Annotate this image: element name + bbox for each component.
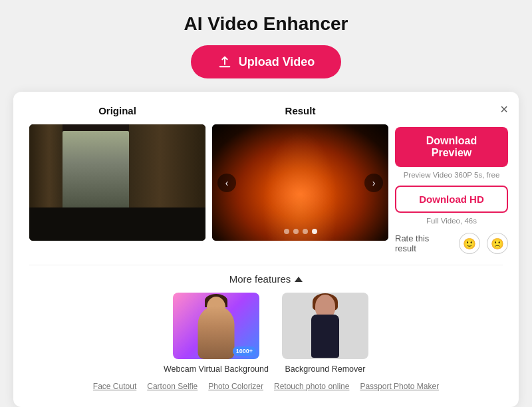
webcam-bg-thumbnail: 1000+ [173, 293, 259, 359]
page-title: AI Video Enhancer [184, 13, 348, 35]
more-features-section: More features 1000+ Webcam Virtual Backg… [29, 273, 503, 374]
result-video-player: ‹ › [212, 124, 388, 241]
bg-remover-label: Background Remover [285, 364, 366, 374]
footer-link-cartoon-selfie[interactable]: Cartoon Selfie [147, 382, 198, 391]
preview-sub-label: Preview Video 360P 5s, free [404, 171, 500, 179]
dot-4 [312, 229, 317, 234]
preview-row: ‹ › Download Preview Preview Video 360P … [29, 124, 503, 254]
next-arrow-button[interactable]: › [364, 174, 383, 192]
footer-link-retouch[interactable]: Retouch photo online [274, 382, 349, 391]
webcam-bg-scene: 1000+ [173, 293, 259, 359]
footer-link-face-cutout[interactable]: Face Cutout [93, 382, 136, 391]
bg-remover-scene [282, 293, 368, 359]
hd-sub-label: Full Video, 46s [426, 217, 477, 225]
thumbs-up-button[interactable]: 🙂 [459, 233, 480, 254]
result-label: Result [212, 105, 388, 116]
dot-2 [293, 229, 299, 234]
rate-label: Rate this result [395, 233, 452, 253]
thumbs-down-button[interactable]: 🙁 [487, 233, 508, 254]
webcam-person [198, 306, 234, 359]
close-button[interactable]: × [500, 102, 508, 116]
footer-link-photo-colorizer[interactable]: Photo Colorizer [208, 382, 263, 391]
rays-overlay [212, 124, 388, 241]
page-wrapper: AI Video Enhancer Upload Video × Origina… [0, 0, 532, 407]
upload-video-button[interactable]: Upload Video [191, 45, 342, 78]
more-features-header: More features [229, 273, 303, 285]
badge-1000: 1000+ [233, 346, 256, 356]
columns-header: Original Result [29, 105, 503, 116]
webcam-bg-label: Webcam Virtual Background [164, 364, 269, 374]
arrow-up-icon [295, 277, 303, 282]
window-scene [29, 124, 205, 241]
floor-dark [29, 207, 205, 241]
webcam-bg-card[interactable]: 1000+ Webcam Virtual Background [164, 293, 269, 374]
person-body [311, 315, 339, 358]
bg-remover-card[interactable]: Background Remover [282, 293, 368, 374]
original-label: Original [29, 105, 205, 116]
feature-cards: 1000+ Webcam Virtual Background [164, 293, 368, 374]
action-panel: Download Preview Preview Video 360P 5s, … [395, 124, 508, 254]
footer-link-passport[interactable]: Passport Photo Maker [360, 382, 439, 391]
original-video-thumbnail [29, 124, 205, 241]
dot-3 [303, 229, 308, 234]
divider [29, 265, 503, 265]
rate-row: Rate this result 🙂 🙁 [395, 233, 508, 254]
slide-dots [284, 229, 317, 234]
dot-1 [284, 229, 289, 234]
main-card: × Original Result ‹ › [13, 92, 519, 407]
download-hd-button[interactable]: Download HD [395, 186, 508, 213]
more-features-label: More features [229, 273, 291, 285]
window-light [63, 131, 129, 211]
person-silhouette [307, 295, 343, 358]
prev-arrow-button[interactable]: ‹ [217, 174, 236, 192]
bg-remover-thumbnail [282, 293, 368, 359]
footer-links: Face Cutout Cartoon Selfie Photo Coloriz… [29, 382, 503, 394]
upload-icon [217, 55, 232, 69]
download-preview-button[interactable]: Download Preview [395, 127, 508, 167]
